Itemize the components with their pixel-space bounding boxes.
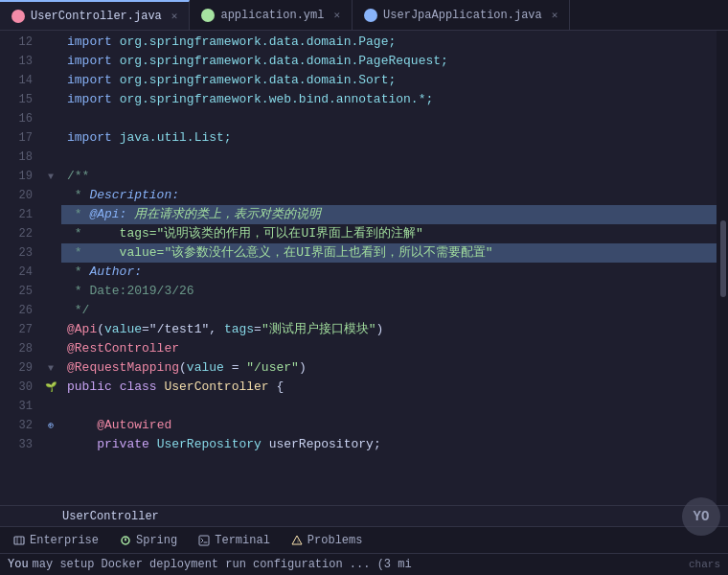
tab-close-1[interactable]: ✕ xyxy=(171,10,178,22)
code-text-27: @Api(value="/test1", tags="测试用户接口模块") xyxy=(67,320,383,339)
code-content[interactable]: import org.springframework.data.domain.P… xyxy=(61,31,717,505)
code-text-15: import org.springframework.web.bind.anno… xyxy=(67,90,433,109)
tab-userjpaapplication[interactable]: UserJpaApplication.java ✕ xyxy=(353,0,570,30)
margin-24 xyxy=(40,263,61,282)
problems-label: Problems xyxy=(307,534,363,547)
gutter-line-26: 26 xyxy=(4,301,33,320)
bottom-tab-spring[interactable]: Spring xyxy=(110,529,187,552)
margin-33 xyxy=(40,435,61,454)
code-text-22: * tags="说明该类的作用，可以在UI界面上看到的注解" xyxy=(67,224,423,243)
bottom-tab-problems[interactable]: ! Problems xyxy=(282,529,373,552)
margin-13 xyxy=(40,52,61,71)
tab-usercontroller[interactable]: UserController.java ✕ xyxy=(0,0,190,30)
code-line-12: import org.springframework.data.domain.P… xyxy=(61,33,717,52)
fold-icon-29[interactable]: ▼ xyxy=(48,363,54,374)
tab-close-3[interactable]: ✕ xyxy=(552,9,558,21)
margin-29[interactable]: ▼ xyxy=(40,358,61,378)
scrollbar[interactable] xyxy=(717,31,728,505)
spring-icon xyxy=(120,535,131,546)
tab-application-yml[interactable]: application.yml ✕ xyxy=(190,0,353,30)
gutter-line-25: 25 xyxy=(4,282,33,301)
gutter-line-19: 19 xyxy=(4,167,33,186)
code-text-21: * @Api: 用在请求的类上，表示对类的说明 xyxy=(67,205,321,224)
bottom-tab-enterprise[interactable]: Enterprise xyxy=(4,529,108,552)
gutter-line-33: 33 xyxy=(4,435,33,454)
problems-icon: ! xyxy=(291,535,303,546)
fold-icon-19[interactable]: ▼ xyxy=(48,172,54,182)
code-line-33: private UserRepository userRepository; xyxy=(61,435,717,454)
gutter-line-30: 30 xyxy=(4,378,33,397)
code-text-32: @Autowired xyxy=(67,416,171,435)
spring-label: Spring xyxy=(136,534,177,547)
margin-22 xyxy=(40,224,61,243)
line-number-gutter: 12 13 14 15 16 17 18 19 20 21 22 23 24 2… xyxy=(0,31,40,505)
margin-12 xyxy=(40,33,61,52)
gutter-line-18: 18 xyxy=(4,148,33,167)
gutter-line-15: 15 xyxy=(4,90,33,109)
bottom-tab-terminal[interactable]: Terminal xyxy=(189,529,280,552)
code-text-29: @RequestMapping(value = "/user") xyxy=(67,358,307,378)
code-line-23: * value="该参数没什么意义，在UI界面上也看到，所以不需要配置" xyxy=(61,243,717,263)
margin-17 xyxy=(40,128,61,148)
margin-27 xyxy=(40,320,61,339)
code-text-33: private UserRepository userRepository; xyxy=(67,435,381,454)
margin-31 xyxy=(40,397,61,416)
status-message: may setup Docker deployment run configur… xyxy=(33,558,412,571)
chars-indicator: chars xyxy=(689,559,720,570)
tab-label-3: UserJpaApplication.java xyxy=(383,9,542,22)
editor-area: 12 13 14 15 16 17 18 19 20 21 22 23 24 2… xyxy=(0,31,728,505)
code-text-13: import org.springframework.data.domain.P… xyxy=(67,52,448,71)
autowired-icon: ⊕ xyxy=(48,420,54,431)
code-line-22: * tags="说明该类的作用，可以在UI界面上看到的注解" xyxy=(61,224,717,243)
gutter-line-31: 31 xyxy=(4,397,33,416)
code-text-12: import org.springframework.data.domain.P… xyxy=(67,33,396,52)
avatar: YO xyxy=(682,497,720,536)
code-line-28: @RestController xyxy=(61,339,717,358)
gutter-line-27: 27 xyxy=(4,320,33,339)
margin-15 xyxy=(40,90,61,109)
gutter-line-12: 12 xyxy=(4,33,33,52)
code-text-20: * Description: xyxy=(67,186,179,205)
code-text-26: */ xyxy=(67,301,89,320)
gutter-line-28: 28 xyxy=(4,339,33,358)
margin-28 xyxy=(40,339,61,358)
gutter-line-13: 13 xyxy=(4,52,33,71)
margin-30: 🌱 xyxy=(40,378,61,397)
code-line-15: import org.springframework.web.bind.anno… xyxy=(61,90,717,109)
code-text-28: @RestController xyxy=(67,339,179,358)
margin-14 xyxy=(40,71,61,90)
code-text-19: /** xyxy=(67,167,89,186)
code-line-27: @Api(value="/test1", tags="测试用户接口模块") xyxy=(61,320,717,339)
gutter-line-32: 32 xyxy=(4,416,33,435)
code-line-13: import org.springframework.data.domain.P… xyxy=(61,52,717,71)
terminal-label: Terminal xyxy=(215,534,270,547)
tab-bar: UserController.java ✕ application.yml ✕ … xyxy=(0,0,728,31)
margin-21 xyxy=(40,205,61,224)
tab-close-2[interactable]: ✕ xyxy=(333,9,340,21)
margin-18 xyxy=(40,148,61,167)
gutter-line-17: 17 xyxy=(4,128,33,148)
margin-26 xyxy=(40,301,61,320)
gutter-line-14: 14 xyxy=(4,71,33,90)
code-text-30: public class UserController { xyxy=(67,378,284,397)
yml-file-icon xyxy=(201,9,215,22)
java-file-icon xyxy=(11,10,25,23)
gutter-line-21: 21 xyxy=(4,205,33,224)
svg-rect-0 xyxy=(14,537,24,544)
code-line-14: import org.springframework.data.domain.S… xyxy=(61,71,717,90)
margin-19[interactable]: ▼ xyxy=(40,167,61,186)
gutter-line-16: 16 xyxy=(4,109,33,128)
svg-text:!: ! xyxy=(296,539,299,544)
you-label: You xyxy=(8,558,29,571)
scrollbar-thumb[interactable] xyxy=(720,220,726,297)
bottom-panel: Enterprise Spring Terminal ! Problems Yo… xyxy=(0,526,728,575)
margin-20 xyxy=(40,186,61,205)
breadcrumb-bar: UserController YO xyxy=(0,505,728,526)
margin-23 xyxy=(40,243,61,263)
gutter-line-22: 22 xyxy=(4,224,33,243)
gutter-line-20: 20 xyxy=(4,186,33,205)
profile-area: YO xyxy=(682,497,720,536)
code-line-25: * Date:2019/3/26 xyxy=(61,282,717,301)
spring-bean-icon: 🌱 xyxy=(45,381,57,393)
code-text-17: import java.util.List; xyxy=(67,128,232,148)
